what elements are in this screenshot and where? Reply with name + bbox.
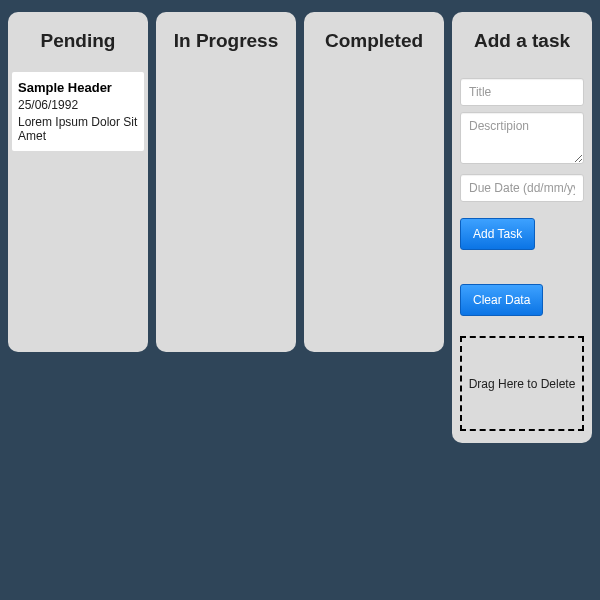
add-task-button[interactable]: Add Task: [460, 218, 535, 250]
add-task-panel: Add a task Add Task Clear Data Drag Here…: [452, 12, 592, 443]
task-card[interactable]: Sample Header 25/06/1992 Lorem Ipsum Dol…: [12, 72, 144, 151]
task-card-body: Lorem Ipsum Dolor Sit Amet: [18, 115, 138, 143]
add-task-title: Add a task: [456, 12, 588, 72]
column-in-progress[interactable]: In Progress: [156, 12, 296, 352]
task-card-title: Sample Header: [18, 80, 138, 95]
column-title-completed: Completed: [308, 12, 440, 72]
due-date-input[interactable]: [460, 174, 584, 202]
column-completed[interactable]: Completed: [304, 12, 444, 352]
column-pending[interactable]: Pending Sample Header 25/06/1992 Lorem I…: [8, 12, 148, 352]
description-input[interactable]: [460, 112, 584, 164]
task-card-date: 25/06/1992: [18, 98, 138, 112]
title-input[interactable]: [460, 78, 584, 106]
delete-drop-zone[interactable]: Drag Here to Delete: [460, 336, 584, 431]
task-board: Pending Sample Header 25/06/1992 Lorem I…: [0, 0, 600, 455]
clear-data-button[interactable]: Clear Data: [460, 284, 543, 316]
delete-zone-label: Drag Here to Delete: [469, 377, 576, 391]
column-title-in-progress: In Progress: [160, 12, 292, 72]
column-title-pending: Pending: [12, 12, 144, 72]
